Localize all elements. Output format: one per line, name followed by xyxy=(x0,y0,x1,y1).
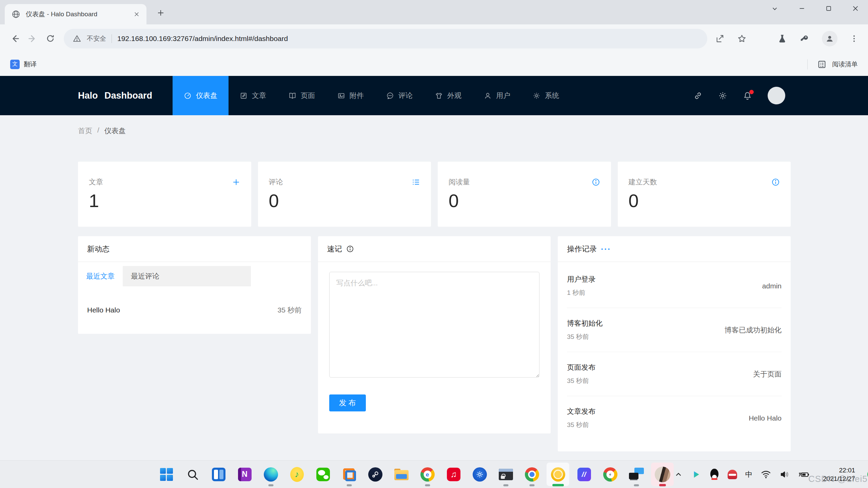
edit-icon xyxy=(240,92,248,100)
window-chevron-down-icon[interactable] xyxy=(771,5,778,12)
bookmark-translate[interactable]: 文 翻译 xyxy=(10,60,37,69)
taskbar-blue-gear-app[interactable] xyxy=(467,461,493,488)
stat-label: 建立天数 xyxy=(629,177,657,187)
log-value: 博客已成功初始化 xyxy=(725,325,782,335)
watermark: CSDN @Lfei5120 xyxy=(808,474,868,484)
tab-recent-posts[interactable]: 最近文章 xyxy=(78,266,123,286)
share-icon[interactable] xyxy=(715,34,725,43)
logs-list: 用户登录 1 秒前 admin 博客初始化 35 秒前 博客已成功初始化 页面发… xyxy=(558,262,791,440)
forward-icon[interactable] xyxy=(24,30,41,47)
browser-menu-kebab-icon[interactable] xyxy=(850,34,859,43)
picture-icon xyxy=(337,92,345,100)
tab-close-icon[interactable] xyxy=(134,11,140,17)
plus-icon[interactable] xyxy=(232,178,240,186)
user-avatar[interactable] xyxy=(768,87,785,104)
app-logo[interactable]: Halo Dashboard xyxy=(78,90,152,101)
menu-item-dashboard[interactable]: 仪表盘 xyxy=(173,76,229,115)
url-text[interactable]: 192.168.100.169:32767/admin/index.html#/… xyxy=(117,35,288,43)
tab-recent-comments[interactable]: 最近评论 xyxy=(123,266,167,286)
taskbar-steam[interactable] xyxy=(362,461,388,488)
ime-indicator[interactable]: 中 xyxy=(745,470,752,479)
tray-chevron-up-icon[interactable] xyxy=(674,470,683,479)
logs-more-button[interactable]: ··· xyxy=(601,244,611,254)
browser-tab[interactable]: 仪表盘 - Halo Dashboard xyxy=(5,4,146,24)
log-action: 页面发布 xyxy=(567,363,595,372)
log-value: admin xyxy=(762,282,782,290)
log-action: 文章发布 xyxy=(567,407,595,416)
halo-navbar: Halo Dashboard 仪表盘 文章 xyxy=(0,76,868,115)
taskbar-terminal[interactable] xyxy=(493,461,519,488)
taskbar-chrome-canary-active[interactable] xyxy=(545,461,571,488)
chrome-bolt-icon: ⚡ xyxy=(603,467,617,482)
onenote-icon: N xyxy=(238,468,252,481)
windows-start-icon xyxy=(160,468,173,481)
menu-item-posts[interactable]: 文章 xyxy=(229,76,277,115)
taskbar-search[interactable] xyxy=(179,461,205,488)
start-button[interactable] xyxy=(153,461,179,488)
menu-label: 文章 xyxy=(252,91,266,100)
red-app-icon[interactable] xyxy=(728,470,737,479)
taskbar-mastergo[interactable]: // xyxy=(571,461,597,488)
netease-music-icon: ♫ xyxy=(447,468,460,481)
menu-label: 页面 xyxy=(301,91,315,100)
settings-gear-icon[interactable] xyxy=(718,91,727,100)
window-close-icon[interactable] xyxy=(852,5,859,12)
window-maximize-icon[interactable] xyxy=(825,5,832,12)
menu-item-comments[interactable]: 评论 xyxy=(375,76,424,115)
taskbar-file-explorer[interactable] xyxy=(388,461,414,488)
taskbar-remote-monitors[interactable] xyxy=(623,461,649,488)
breadcrumb-home[interactable]: 首页 xyxy=(78,126,92,136)
menu-item-attachments[interactable]: 附件 xyxy=(326,76,375,115)
reload-icon[interactable] xyxy=(41,30,59,47)
taskbar-vmware[interactable] xyxy=(336,461,362,488)
comment-icon xyxy=(386,92,394,100)
search-icon xyxy=(186,468,199,481)
post-title[interactable]: Hello Halo xyxy=(87,306,120,314)
back-icon[interactable] xyxy=(6,30,24,47)
wifi-icon[interactable] xyxy=(761,470,771,479)
bookmark-translate-label: 翻译 xyxy=(24,60,37,69)
file-explorer-icon xyxy=(394,469,409,480)
taskbar-photo-app[interactable] xyxy=(649,461,675,488)
remote-monitors-icon xyxy=(629,468,644,481)
info-icon[interactable] xyxy=(592,178,600,186)
qq-icon[interactable] xyxy=(709,469,719,480)
menu-label: 附件 xyxy=(350,91,364,100)
volume-icon[interactable] xyxy=(780,470,790,479)
menu-item-users[interactable]: 用户 xyxy=(473,76,521,115)
taskbar-widgets[interactable] xyxy=(205,461,232,488)
taskbar-onenote[interactable]: N xyxy=(232,461,258,488)
gear-icon xyxy=(533,92,540,100)
flask-extension-icon[interactable] xyxy=(777,34,787,44)
publish-button[interactable]: 发 布 xyxy=(329,394,366,411)
window-minimize-icon[interactable] xyxy=(798,5,806,12)
menu-item-appearance[interactable]: 外观 xyxy=(424,76,473,115)
taskbar-chrome-bolt[interactable]: ⚡ xyxy=(597,461,623,488)
activity-list-item[interactable]: Hello Halo 35 秒前 xyxy=(78,286,311,333)
taskbar-netease-music[interactable]: ♫ xyxy=(440,461,467,488)
notification-bell-icon[interactable] xyxy=(743,91,752,100)
browser-profile-avatar[interactable] xyxy=(822,31,837,46)
reading-list-button[interactable]: 阅读清单 xyxy=(807,59,858,69)
taskbar-qq-music[interactable]: ♪ xyxy=(284,461,310,488)
taskbar-chrome[interactable] xyxy=(519,461,545,488)
new-tab-button[interactable] xyxy=(153,5,168,20)
bookmark-star-icon[interactable] xyxy=(737,34,747,43)
screen: 仪表盘 - Halo Dashboard xyxy=(0,0,868,488)
info-icon[interactable] xyxy=(771,178,780,186)
quick-note-textarea[interactable] xyxy=(329,272,540,378)
security-label[interactable]: 不安全 xyxy=(87,34,106,43)
link-icon[interactable] xyxy=(693,91,703,100)
address-bar[interactable]: 不安全 192.168.100.169:32767/admin/index.ht… xyxy=(64,29,707,48)
tencent-video-icon[interactable] xyxy=(691,469,701,480)
menu-item-system[interactable]: 系统 xyxy=(521,76,570,115)
key-extension-icon[interactable] xyxy=(800,34,810,44)
warning-triangle-icon[interactable] xyxy=(73,34,81,43)
log-time: 35 秒前 xyxy=(567,421,595,429)
list-icon[interactable] xyxy=(412,178,420,186)
taskbar-chrome-e-browser[interactable]: e xyxy=(414,461,440,488)
taskbar-wechat[interactable] xyxy=(310,461,336,488)
taskbar-edge[interactable] xyxy=(258,461,284,488)
menu-item-pages[interactable]: 页面 xyxy=(277,76,326,115)
log-item: 博客初始化 35 秒前 博客已成功初始化 xyxy=(567,308,782,352)
